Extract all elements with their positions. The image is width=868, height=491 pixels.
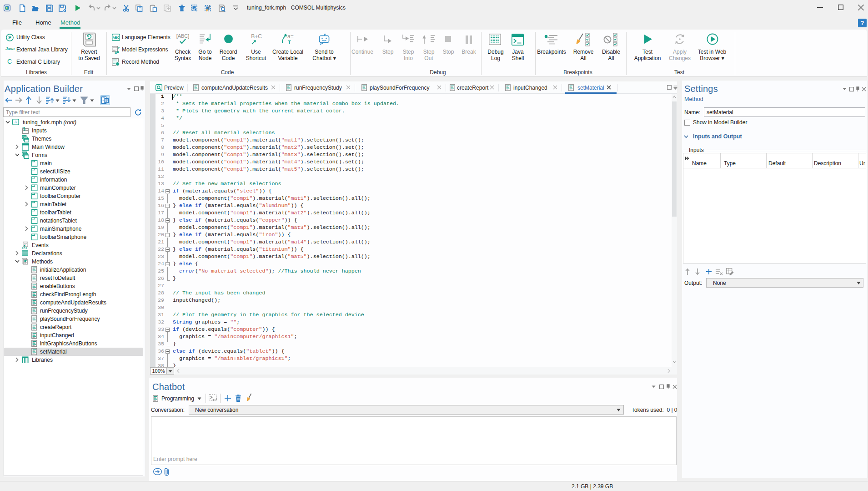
svg-text:a=: a= bbox=[287, 33, 294, 40]
svg-text:[ABC]: [ABC] bbox=[176, 33, 190, 39]
svg-text:T: T bbox=[288, 40, 291, 45]
svg-text:B+C: B+C bbox=[251, 33, 262, 40]
svg-text:ABC: ABC bbox=[112, 36, 119, 39]
svg-text:a=: a= bbox=[115, 50, 119, 54]
svg-text:A: A bbox=[15, 120, 17, 124]
